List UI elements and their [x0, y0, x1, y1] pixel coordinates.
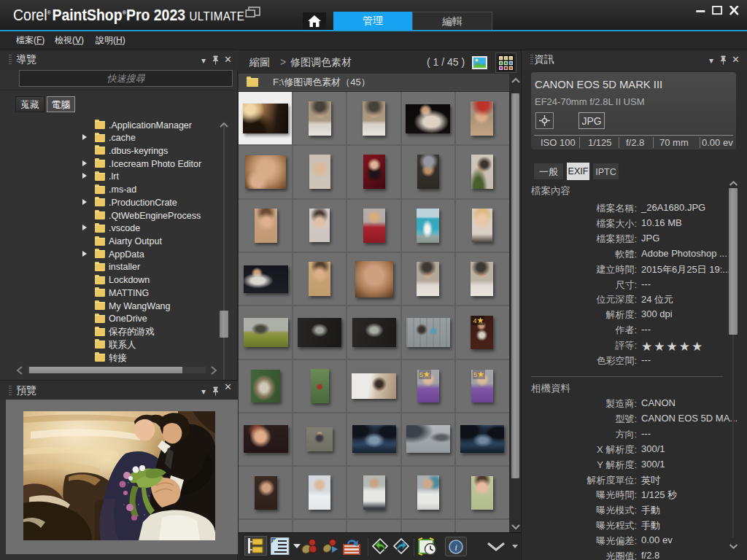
svg-text:i: i [454, 542, 457, 553]
